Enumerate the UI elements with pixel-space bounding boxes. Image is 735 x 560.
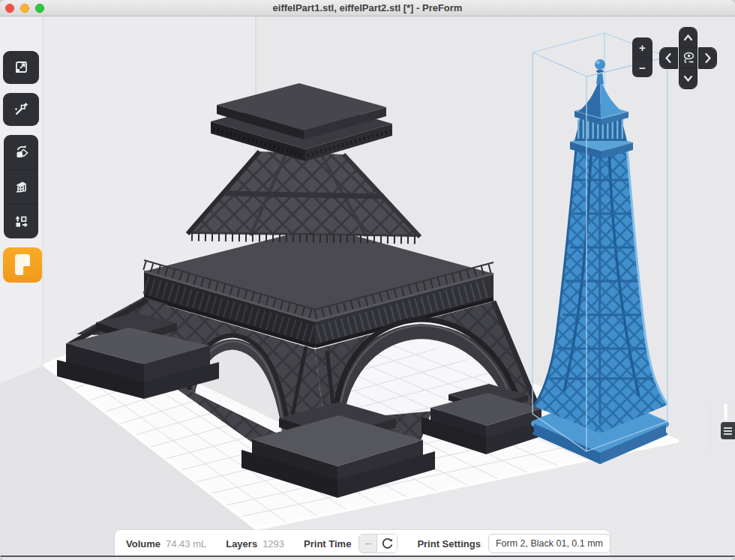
zoom-control: + −	[632, 37, 652, 77]
view-eye-icon	[680, 48, 697, 68]
print-time-value: --	[359, 535, 377, 553]
chevron-right-icon	[699, 48, 716, 68]
print-time-control: --	[358, 534, 398, 553]
rotate-right-button[interactable]	[699, 48, 716, 68]
rotate-down-button[interactable]	[680, 68, 697, 88]
list-icon	[724, 427, 732, 429]
rotate-icon	[13, 144, 29, 160]
print-settings-selector[interactable]: Form 2, Black 01, 0.1 mm	[488, 534, 610, 553]
one-click-print-button[interactable]	[3, 93, 39, 126]
chevron-down-icon	[680, 68, 697, 88]
side-panel-handle[interactable]	[723, 403, 728, 421]
print-time-group: Print Time --	[304, 534, 398, 553]
view-dpad	[660, 28, 716, 88]
print-settings-group: Print Settings Form 2, Black 01, 0.1 mm	[417, 534, 610, 553]
chevron-up-icon	[680, 28, 697, 48]
scale-icon	[13, 59, 29, 76]
layers-value: 1293	[262, 538, 284, 550]
supports-tool-button[interactable]	[4, 169, 38, 204]
zoom-out-button[interactable]: −	[632, 57, 652, 77]
zoom-window-button[interactable]	[35, 4, 44, 13]
zoom-in-button[interactable]: +	[632, 37, 652, 57]
viewport-3d[interactable]	[0, 0, 735, 560]
refresh-print-time-button[interactable]	[377, 535, 397, 553]
volume-value: 74.43 mL	[166, 538, 206, 550]
refresh-icon	[380, 537, 394, 550]
window-title: eiffelPart1.stl, eiffelPart2.stl [*] - P…	[273, 2, 463, 13]
tool-group	[4, 135, 38, 238]
rotate-up-button[interactable]	[680, 28, 697, 48]
window-bottom-margin	[0, 557, 735, 560]
print-settings-value: Form 2, Black 01, 0.1 mm	[496, 538, 603, 549]
chevron-left-icon	[660, 48, 677, 68]
print-settings-label: Print Settings	[417, 538, 481, 550]
scale-tool-button[interactable]	[3, 51, 39, 84]
supports-icon	[13, 179, 29, 196]
print-button[interactable]	[3, 247, 42, 283]
print-time-label: Print Time	[304, 538, 351, 550]
volume-label: Volume	[126, 538, 160, 550]
cartridge-icon	[3, 247, 42, 283]
model-list-button[interactable]	[721, 422, 735, 439]
rotate-left-button[interactable]	[660, 48, 677, 68]
volume-group: Volume 74.43 mL	[126, 538, 206, 550]
minimize-button[interactable]	[20, 4, 29, 13]
preform-window: eiffelPart1.stl, eiffelPart2.stl [*] - P…	[0, 0, 735, 560]
title-bar: eiffelPart1.stl, eiffelPart2.stl [*] - P…	[0, 0, 735, 16]
view-reset-button[interactable]	[680, 48, 697, 68]
orient-tool-button[interactable]	[4, 135, 38, 169]
layers-label: Layers	[226, 538, 257, 550]
magic-wand-icon	[13, 101, 29, 118]
close-button[interactable]	[5, 4, 14, 13]
layers-group: Layers 1293	[226, 538, 284, 550]
layout-icon	[13, 214, 29, 230]
layout-tool-button[interactable]	[4, 204, 38, 238]
